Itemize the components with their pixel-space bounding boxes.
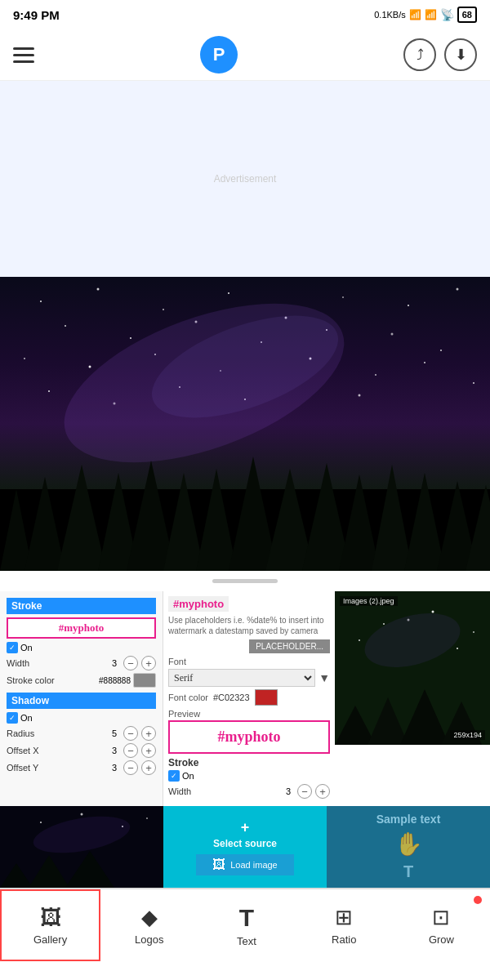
thumbnail-dimensions: 259x194 xyxy=(450,730,485,740)
hashtag-display: #myphoto xyxy=(168,596,229,612)
night-thumb-svg xyxy=(0,806,163,888)
grow-icon: ⊡ xyxy=(432,905,450,930)
ad-placeholder-text: Advertisement xyxy=(214,173,277,185)
font-color-hex: #C02323 xyxy=(213,693,250,702)
middle-stroke-width-row: Width 3 − + xyxy=(168,784,330,799)
stroke-on-row: ✓ On xyxy=(7,642,156,653)
shadow-checkbox[interactable]: ✓ xyxy=(7,712,18,724)
battery-indicator: 68 xyxy=(457,7,477,23)
svg-point-51 xyxy=(383,623,385,625)
svg-point-13 xyxy=(391,333,394,336)
share-button[interactable]: ⤴ xyxy=(403,38,436,71)
stroke-color-label: Stroke color xyxy=(7,675,55,685)
gallery-icon: 🖼 xyxy=(40,905,61,930)
middle-stroke-increase[interactable]: + xyxy=(315,784,330,799)
font-selector[interactable]: Serif Sans-serif Monospace xyxy=(168,669,315,687)
nav-icons: ⤴ ⬇ xyxy=(403,38,477,71)
shadow-offsetx-stepper: 3 − + xyxy=(109,743,156,758)
text-label: Text xyxy=(237,935,256,947)
ratio-icon: ⊞ xyxy=(335,905,353,930)
image-load-icon: 🖼 xyxy=(212,858,225,872)
stars-svg xyxy=(0,277,490,571)
tab-logos[interactable]: ◆ Logos xyxy=(100,889,198,961)
svg-point-20 xyxy=(375,374,376,376)
svg-point-63 xyxy=(81,813,83,816)
stroke-width-decrease[interactable]: − xyxy=(123,656,138,670)
shadow-offsety-decrease[interactable]: − xyxy=(123,760,138,775)
shadow-on-row: ✓ On xyxy=(7,712,156,724)
font-select-row: Serif Sans-serif Monospace ▼ xyxy=(168,669,330,687)
svg-point-1 xyxy=(97,288,100,291)
middle-stroke-on-label: On xyxy=(182,771,194,781)
shadow-radius-increase[interactable]: + xyxy=(141,726,156,741)
middle-stroke-width-stepper: 3 − + xyxy=(283,784,330,799)
download-icon: ⬇ xyxy=(455,46,467,64)
ad-banner: Advertisement xyxy=(0,81,490,277)
font-color-label: Font color xyxy=(168,693,208,702)
stroke-color-swatch[interactable] xyxy=(133,673,156,688)
drag-handle[interactable] xyxy=(212,579,278,583)
shadow-offsetx-label: Offset X xyxy=(7,746,39,755)
thumbnail-image[interactable]: Images (2).jpeg 259x194 xyxy=(335,591,490,745)
tab-grow[interactable]: ⊡ Grow xyxy=(393,889,490,961)
svg-point-54 xyxy=(359,639,360,641)
night-sky-thumbnail[interactable] xyxy=(0,806,163,888)
middle-stroke-decrease[interactable]: − xyxy=(297,784,312,799)
grow-label: Grow xyxy=(429,933,454,946)
middle-stroke-on-checkbox-row: ✓ On xyxy=(168,770,194,782)
tab-gallery[interactable]: 🖼 Gallery xyxy=(0,889,100,961)
svg-point-14 xyxy=(440,350,442,351)
preview-box: #myphoto xyxy=(168,720,330,754)
stroke-on-label: On xyxy=(20,643,33,653)
shadow-offsetx-increase[interactable]: + xyxy=(141,743,156,758)
hamburger-line-1 xyxy=(13,47,34,50)
shadow-offsetx-decrease[interactable]: − xyxy=(123,743,138,758)
middle-stroke-width-value: 3 xyxy=(283,786,294,796)
middle-stroke-checkbox[interactable]: ✓ xyxy=(168,770,180,782)
hamburger-menu[interactable] xyxy=(13,47,34,63)
select-source-thumbnail[interactable]: + Select source 🖼 Load image xyxy=(163,806,327,888)
stroke-color-hex: #888888 xyxy=(99,676,131,685)
hamburger-line-3 xyxy=(13,60,34,63)
svg-point-53 xyxy=(473,631,474,633)
network-type: 📶 xyxy=(409,9,421,20)
text-icon: T xyxy=(239,904,254,932)
stroke-width-increase[interactable]: + xyxy=(141,656,156,670)
shadow-radius-row: Radius 5 − + xyxy=(7,726,156,741)
font-label: Font xyxy=(168,657,186,666)
shadow-offsety-value: 3 xyxy=(109,763,120,773)
shadow-radius-label: Radius xyxy=(7,728,34,738)
ratio-label: Ratio xyxy=(332,933,356,946)
shadow-offsety-increase[interactable]: + xyxy=(141,760,156,775)
stroke-width-value: 3 xyxy=(109,658,120,668)
shadow-radius-decrease[interactable]: − xyxy=(123,726,138,741)
shadow-offsetx-row: Offset X 3 − + xyxy=(7,743,156,758)
svg-point-3 xyxy=(228,292,229,294)
download-button[interactable]: ⬇ xyxy=(444,38,477,71)
sample-text-t-icon: T xyxy=(403,862,413,881)
logos-label: Logos xyxy=(135,933,163,946)
tab-text[interactable]: T Text xyxy=(198,889,295,961)
settings-panel: Stroke #myphoto ✓ On Width 3 − + Stroke … xyxy=(0,591,163,806)
svg-point-52 xyxy=(432,611,434,613)
load-image-label: Load image xyxy=(230,860,278,870)
middle-stroke-section: Stroke ✓ On Width 3 − + xyxy=(168,757,330,799)
stroke-width-stepper: 3 − + xyxy=(109,656,156,670)
svg-point-6 xyxy=(408,305,409,306)
stroke-checkbox[interactable]: ✓ xyxy=(7,642,18,653)
preview-label: Preview xyxy=(168,709,330,719)
placeholder-button[interactable]: PLACEHOLDER... xyxy=(249,639,330,653)
image-thumbnail-panel: Images (2).jpeg 259x194 xyxy=(335,591,490,806)
svg-point-0 xyxy=(40,301,42,302)
main-image xyxy=(0,277,490,571)
font-color-swatch[interactable] xyxy=(255,689,278,706)
load-image-container: 🖼 Load image xyxy=(196,854,294,875)
stroke-color-row: Stroke color #888888 xyxy=(7,673,156,688)
sample-text-thumbnail[interactable]: Sample text ✋ T xyxy=(327,806,490,888)
font-color-row: Font color #C02323 xyxy=(168,689,330,706)
tab-ratio[interactable]: ⊞ Ratio xyxy=(296,889,393,961)
status-time: 9:49 PM xyxy=(13,8,60,22)
shadow-offsety-row: Offset Y 3 − + xyxy=(7,760,156,775)
stroke-preview-text: #myphoto xyxy=(7,617,156,639)
svg-point-5 xyxy=(342,296,344,298)
